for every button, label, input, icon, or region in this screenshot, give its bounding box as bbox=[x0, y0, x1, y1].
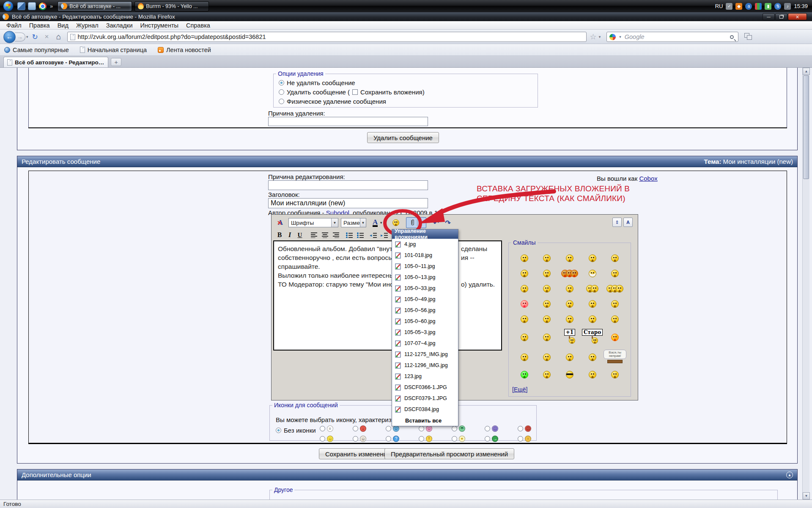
attachment-menu-item[interactable]: DSCF0384.jpg bbox=[392, 404, 458, 415]
no-icon-option[interactable]: Без иконки bbox=[276, 427, 316, 434]
show-desktop-icon[interactable] bbox=[28, 2, 36, 10]
post-icon-angry-option[interactable]: ☹ bbox=[518, 425, 547, 432]
smiley-icon[interactable] bbox=[589, 268, 596, 277]
smiley-icon[interactable] bbox=[589, 369, 596, 378]
scroll-up-icon[interactable]: ▲ bbox=[803, 68, 810, 75]
delete-reason-input[interactable] bbox=[268, 117, 428, 126]
font-color-button[interactable]: A ▼ bbox=[369, 218, 387, 228]
radio-icon[interactable] bbox=[279, 89, 284, 95]
align-left-button[interactable] bbox=[309, 230, 319, 240]
font-select[interactable]: Шрифты▼ bbox=[288, 218, 338, 227]
smiley-icon[interactable] bbox=[521, 352, 528, 361]
restore-button[interactable] bbox=[775, 13, 787, 20]
attachment-menu-item[interactable]: 105-0~49.jpg bbox=[392, 294, 458, 305]
redo-button[interactable]: ↷ bbox=[442, 218, 453, 228]
attachment-menu-item[interactable]: 112-1296_IMG.jpg bbox=[392, 360, 458, 371]
history-dropdown-icon[interactable]: ▾ bbox=[26, 35, 28, 39]
chevron-down-icon[interactable]: ▼ bbox=[331, 218, 338, 227]
smiley-icon[interactable] bbox=[606, 283, 623, 293]
tray-network-icon[interactable]: ⇅ bbox=[774, 3, 781, 10]
menu-item[interactable]: Журнал bbox=[72, 22, 102, 29]
post-icon-cool-option[interactable]: ☺ bbox=[386, 425, 415, 432]
chrome-icon[interactable] bbox=[39, 3, 47, 10]
delete-post-button[interactable]: Удалить сообщение bbox=[367, 132, 439, 143]
attachment-menu-item[interactable]: 112-1275_IMG.jpg bbox=[392, 349, 458, 360]
post-icon-thumbs-down-option[interactable]: ↓ bbox=[353, 425, 382, 432]
url-text[interactable]: http://zvuk.org.ua/forum2/editpost.php?d… bbox=[78, 33, 266, 40]
google-engine-icon[interactable] bbox=[609, 34, 616, 40]
unordered-list-button[interactable] bbox=[355, 230, 365, 240]
attachment-menu-item[interactable]: 4.jpg bbox=[392, 239, 458, 250]
radio-icon[interactable] bbox=[276, 428, 281, 433]
taskbar-clock[interactable]: 15:39 bbox=[794, 3, 808, 9]
smiley-icon[interactable] bbox=[611, 253, 619, 262]
attachment-dropdown-icon[interactable]: ▼ bbox=[417, 219, 422, 226]
smiley-icon[interactable] bbox=[543, 253, 551, 262]
vertical-scrollbar[interactable]: ▲ ▼ bbox=[802, 68, 809, 500]
radio-icon[interactable] bbox=[485, 426, 490, 431]
attachment-menu-item[interactable]: 101-018.jpg bbox=[392, 250, 458, 261]
indent-button[interactable] bbox=[379, 230, 390, 240]
smiley-icon[interactable] bbox=[611, 268, 619, 277]
attachment-menu-item[interactable]: DSCF0379-1.JPG bbox=[392, 393, 458, 404]
search-box[interactable]: ▾ Google bbox=[606, 32, 738, 42]
attachment-menu-item[interactable]: 105-0~56.jpg bbox=[392, 305, 458, 316]
smiley-icon[interactable] bbox=[611, 369, 619, 378]
bookmark-dropdown-icon[interactable]: ▾ bbox=[599, 35, 601, 39]
remove-format-button[interactable]: A✕ bbox=[275, 218, 286, 228]
tray-meter-icon[interactable]: ▮ bbox=[765, 3, 771, 10]
smiley-icon[interactable] bbox=[521, 298, 528, 308]
bookmark-most-visited[interactable]: Самые популярные bbox=[4, 47, 69, 53]
radio-icon[interactable] bbox=[419, 436, 424, 442]
smiley-icon[interactable] bbox=[521, 283, 528, 293]
back-button[interactable]: ← bbox=[3, 31, 16, 43]
attachment-button[interactable]: ▼ bbox=[406, 217, 426, 228]
menu-item[interactable]: Справка bbox=[182, 22, 214, 29]
more-smilies-link[interactable]: [Ещё] bbox=[512, 386, 527, 393]
smiley-icon[interactable] bbox=[586, 283, 598, 293]
smiley-icon[interactable] bbox=[589, 352, 596, 361]
post-icon-shades-option[interactable]: ☺ bbox=[353, 436, 382, 442]
smiley-icon[interactable] bbox=[521, 332, 528, 341]
bold-button[interactable]: B bbox=[275, 230, 284, 240]
tray-volume-icon[interactable]: ♪ bbox=[784, 3, 791, 10]
close-button[interactable]: × bbox=[788, 13, 807, 20]
radio-icon[interactable] bbox=[353, 436, 358, 442]
smiley-icon[interactable] bbox=[589, 314, 596, 323]
smiley-icon[interactable] bbox=[521, 253, 528, 262]
stop-icon[interactable]: × bbox=[42, 32, 52, 42]
radio-icon[interactable] bbox=[452, 436, 457, 442]
open-window-icon[interactable] bbox=[744, 33, 753, 41]
align-right-button[interactable] bbox=[331, 230, 341, 240]
smiley-icon[interactable]: Старо bbox=[582, 329, 603, 344]
smiley-icon[interactable] bbox=[561, 268, 578, 277]
align-center-button[interactable] bbox=[320, 230, 330, 240]
quicklaunch-overflow-chevron[interactable]: » bbox=[50, 3, 53, 9]
smiley-icon[interactable] bbox=[566, 369, 573, 378]
edit-reason-input[interactable] bbox=[268, 180, 428, 190]
post-icon-thumbs-up-option[interactable]: ↑ bbox=[518, 436, 547, 442]
bookmark-star-icon[interactable]: ☆ bbox=[590, 32, 597, 41]
url-bar[interactable]: http://zvuk.org.ua/forum2/editpost.php?d… bbox=[67, 32, 587, 42]
engine-dropdown-icon[interactable]: ▾ bbox=[619, 35, 621, 39]
search-placeholder[interactable]: Google bbox=[625, 33, 645, 40]
smiley-icon[interactable] bbox=[589, 298, 596, 308]
editor-mode-toggle-icon[interactable]: A bbox=[623, 218, 633, 227]
post-icon-question-option[interactable]: ? bbox=[386, 436, 415, 442]
attachment-menu-item[interactable]: 105-0~11.jpg bbox=[392, 261, 458, 272]
home-icon[interactable]: ⌂ bbox=[54, 32, 64, 42]
post-icon-mad-option[interactable]: ☹ bbox=[485, 425, 514, 432]
option-delete-post[interactable]: Удалить сообщение ( Сохранить вложения) bbox=[279, 88, 538, 96]
message-textarea[interactable]: Обновленный альбом. Добавил "внутресдела… bbox=[273, 240, 502, 351]
bookmark-home-page[interactable]: Начальная страница bbox=[80, 47, 147, 53]
post-icon-idea-option[interactable]: ✦ bbox=[452, 436, 481, 442]
tab-active[interactable]: Всё об автозвуке - Редактировать с... bbox=[3, 57, 108, 67]
smiley-icon[interactable] bbox=[543, 268, 551, 277]
editor-resize-icon[interactable]: ⇕ bbox=[612, 218, 622, 227]
keep-attachments-checkbox[interactable] bbox=[352, 89, 358, 95]
new-tab-button[interactable]: + bbox=[111, 58, 121, 66]
smiley-icon[interactable] bbox=[543, 298, 551, 308]
attachment-menu-item[interactable]: 105-0~13.jpg bbox=[392, 272, 458, 283]
menu-item[interactable]: Вид bbox=[54, 22, 72, 29]
chevron-down-icon[interactable]: ▼ bbox=[360, 218, 366, 227]
